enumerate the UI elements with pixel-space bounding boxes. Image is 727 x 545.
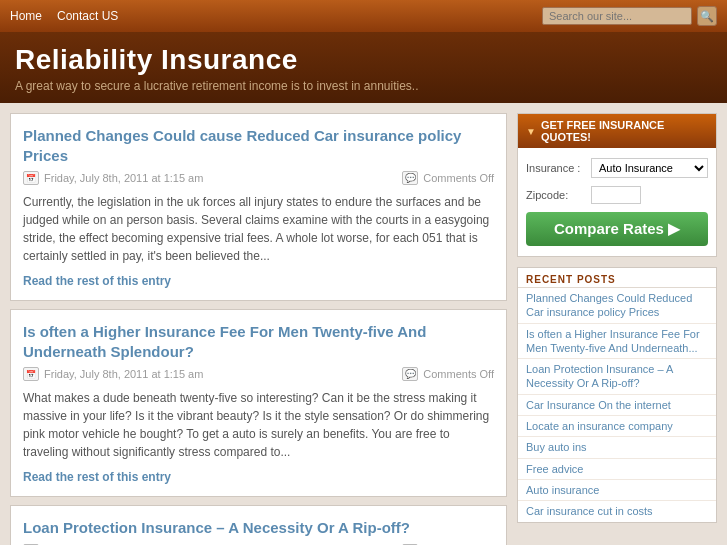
recent-post-item-7[interactable]: Free advice [518,459,716,480]
article-comments-2: 💬 Comments Off [402,367,494,381]
zipcode-label: Zipcode: [526,189,591,201]
article-title-3[interactable]: Loan Protection Insurance – A Necessity … [23,518,494,538]
quote-widget-content: Insurance : Auto Insurance Home Insuranc… [518,148,716,256]
main-layout: Planned Changes Could cause Reduced Car … [0,103,727,545]
read-more-1[interactable]: Read the rest of this entry [23,274,171,288]
comment-icon-1: 💬 [402,171,418,185]
content-area: Planned Changes Could cause Reduced Car … [10,113,507,545]
recent-post-item-8[interactable]: Auto insurance [518,480,716,501]
widget-arrow-icon: ▼ [526,126,536,137]
calendar-icon-1: 📅 [23,171,39,185]
nav-contact-link[interactable]: Contact US [57,9,118,23]
nav-home-link[interactable]: Home [10,9,42,23]
article-body-2: What makes a dude beneath twenty-five so… [23,389,494,461]
recent-posts-list: Planned Changes Could Reduced Car insura… [518,288,716,522]
site-header: Reliability Insurance A great way to sec… [0,32,727,103]
search-input[interactable] [542,7,692,25]
recent-post-item-3[interactable]: Loan Protection Insurance – A Necessity … [518,359,716,395]
article-date-text-1: Friday, July 8th, 2011 at 1:15 am [44,172,203,184]
quote-widget: ▼ GET FREE INSURANCE QUOTES! Insurance :… [517,113,717,257]
article-date-text-2: Friday, July 8th, 2011 at 1:15 am [44,368,203,380]
article-comments-text-1: Comments Off [423,172,494,184]
recent-post-item-1[interactable]: Planned Changes Could Reduced Car insura… [518,288,716,324]
recent-posts-header: RECENT POSTS [518,268,716,288]
insurance-label: Insurance : [526,162,591,174]
search-icon-button[interactable]: 🔍 [697,6,717,26]
article-meta-2: 📅 Friday, July 8th, 2011 at 1:15 am 💬 Co… [23,367,494,381]
sidebar: ▼ GET FREE INSURANCE QUOTES! Insurance :… [517,113,717,523]
site-tagline: A great way to secure a lucrative retire… [15,79,712,93]
recent-post-item-2[interactable]: Is often a Higher Insurance Fee For Men … [518,324,716,360]
article-comments-1: 💬 Comments Off [402,171,494,185]
calendar-icon-2: 📅 [23,367,39,381]
recent-post-item-4[interactable]: Car Insurance On the internet [518,395,716,416]
article-date-1: 📅 Friday, July 8th, 2011 at 1:15 am [23,171,203,185]
quote-widget-title: GET FREE INSURANCE QUOTES! [541,119,708,143]
article-title-1[interactable]: Planned Changes Could cause Reduced Car … [23,126,494,165]
site-title: Reliability Insurance [15,44,712,76]
search-icon: 🔍 [700,10,714,23]
article-meta-1: 📅 Friday, July 8th, 2011 at 1:15 am 💬 Co… [23,171,494,185]
article-date-2: 📅 Friday, July 8th, 2011 at 1:15 am [23,367,203,381]
article-card-2: Is often a Higher Insurance Fee For Men … [10,309,507,497]
article-card-3: Loan Protection Insurance – A Necessity … [10,505,507,545]
article-title-2[interactable]: Is often a Higher Insurance Fee For Men … [23,322,494,361]
insurance-row: Insurance : Auto Insurance Home Insuranc… [526,158,708,178]
nav-links: Home Contact US [10,9,118,23]
recent-post-item-5[interactable]: Locate an insurance company [518,416,716,437]
search-area: 🔍 [542,6,717,26]
read-more-2[interactable]: Read the rest of this entry [23,470,171,484]
compare-rates-button[interactable]: Compare Rates ▶ [526,212,708,246]
article-card-1: Planned Changes Could cause Reduced Car … [10,113,507,301]
recent-post-item-9[interactable]: Car insurance cut in costs [518,501,716,521]
quote-widget-header: ▼ GET FREE INSURANCE QUOTES! [518,114,716,148]
zipcode-input[interactable] [591,186,641,204]
recent-posts-widget: RECENT POSTS Planned Changes Could Reduc… [517,267,717,523]
recent-post-item-6[interactable]: Buy auto ins [518,437,716,458]
zipcode-row: Zipcode: [526,186,708,204]
insurance-select[interactable]: Auto Insurance Home Insurance Life Insur… [591,158,708,178]
article-comments-text-2: Comments Off [423,368,494,380]
article-body-1: Currently, the legislation in the uk for… [23,193,494,265]
comment-icon-2: 💬 [402,367,418,381]
top-navigation: Home Contact US 🔍 [0,0,727,32]
